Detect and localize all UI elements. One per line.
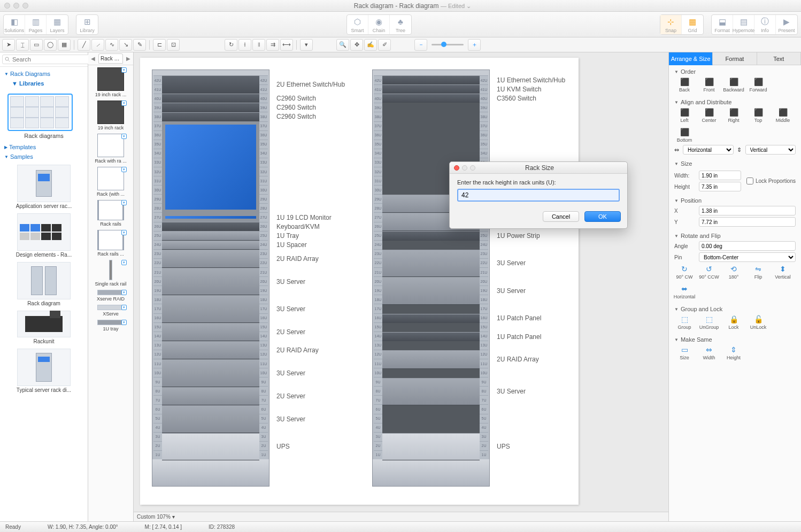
- sample-item[interactable]: Rack diagram: [3, 262, 84, 306]
- lib-stencil[interactable]: ▾Rack (with ...: [90, 167, 131, 197]
- lock-btn[interactable]: 🔒Lock: [723, 314, 744, 330]
- rack-unit[interactable]: [162, 213, 259, 222]
- tool-connector[interactable]: ↘: [119, 39, 132, 51]
- rack-unit[interactable]: [162, 241, 259, 250]
- section-same[interactable]: ▼Make Same: [674, 336, 796, 343]
- rot-180[interactable]: ⟲180°: [723, 264, 744, 280]
- rack-lcd-monitor[interactable]: [162, 121, 259, 213]
- lib-stencil[interactable]: ▾Rack with ra ...: [90, 134, 131, 164]
- lib-tab-next[interactable]: ▶: [124, 56, 133, 61]
- zoom-dot[interactable]: [22, 3, 28, 9]
- cancel-button[interactable]: Cancel: [543, 211, 579, 222]
- tb-grid[interactable]: ▦Grid: [682, 15, 703, 34]
- rot-90cw[interactable]: ↻90° CW: [674, 264, 695, 280]
- rack-right[interactable]: 1U2U3U4U5U6U7U8U9U10U11U12U13U14U15U16U1…: [372, 70, 490, 487]
- align-bottom[interactable]: ⬛Bottom: [674, 127, 695, 143]
- nav-libraries[interactable]: ▼Libraries: [4, 79, 83, 88]
- rot-90ccw[interactable]: ↺90° CCW: [699, 264, 719, 280]
- canvas-zoom-footer[interactable]: Custom 107% ▾: [134, 512, 668, 521]
- rack-left[interactable]: 1U2U3U4U5U6U7U8U9U10U11U12U13U14U15U16U1…: [152, 70, 269, 487]
- library-items[interactable]: ▾19 inch rack ... ▾19 inch rack ▾Rack wi…: [88, 65, 133, 521]
- tool-dist[interactable]: ⇉: [266, 39, 279, 51]
- rack-unit[interactable]: [162, 112, 259, 121]
- lib-stencil[interactable]: ▾XServe: [90, 305, 131, 317]
- tool-text[interactable]: ⌶: [16, 39, 29, 51]
- nav-templates[interactable]: ▶Templates: [3, 142, 84, 152]
- tool-table[interactable]: ▦: [58, 39, 71, 51]
- lib-stencil[interactable]: ▾Rack rails: [90, 200, 131, 227]
- tb-library[interactable]: ⊞Library: [76, 15, 98, 34]
- flip-h[interactable]: ⬌Horizontal: [674, 284, 695, 299]
- tb-snap[interactable]: ⊹Snap: [660, 15, 682, 34]
- tab-arrange[interactable]: Arrange & Size: [669, 52, 713, 65]
- height-input[interactable]: [699, 182, 741, 191]
- order-forward[interactable]: ⬛Forward: [748, 77, 768, 92]
- section-group[interactable]: ▼Group and Lock: [674, 306, 796, 312]
- rack-unit[interactable]: [162, 250, 259, 268]
- tb-present[interactable]: ▶Present: [776, 15, 797, 34]
- tab-format[interactable]: Format: [713, 52, 757, 65]
- rack-height-input[interactable]: [457, 189, 620, 202]
- zoom-out[interactable]: －: [414, 39, 427, 51]
- order-back[interactable]: ⬛Back: [674, 77, 695, 92]
- rack-unit[interactable]: [382, 378, 480, 405]
- sample-item[interactable]: Design elements - Ra...: [3, 213, 84, 258]
- section-position[interactable]: ▼Position: [674, 197, 796, 204]
- ungroup-btn[interactable]: ⬚UnGroup: [699, 314, 719, 330]
- rack-unit[interactable]: [382, 231, 480, 240]
- tool-rect[interactable]: ▭: [30, 39, 43, 51]
- lib-tab-active[interactable]: Rack d... ×: [98, 53, 123, 64]
- dialog-title-bar[interactable]: Rack Size: [450, 162, 627, 174]
- rack-unit[interactable]: [162, 103, 259, 112]
- section-rotate[interactable]: ▼Rotate and Flip: [674, 233, 796, 239]
- rack-unit[interactable]: [162, 359, 259, 387]
- rack-unit[interactable]: [162, 323, 259, 341]
- drawing-page[interactable]: 1U2U3U4U5U6U7U8U9U10U11U12U13U14U15U16U1…: [140, 58, 579, 505]
- align-left[interactable]: ⬛Left: [674, 107, 695, 123]
- rack-unit[interactable]: [162, 231, 259, 240]
- tb-solutions[interactable]: ◧Solutions: [4, 15, 25, 34]
- sample-item[interactable]: Application server rac...: [3, 165, 84, 209]
- group-btn[interactable]: ⬚Group: [674, 314, 695, 330]
- lib-stencil[interactable]: ▾Xserve RAID: [90, 290, 131, 302]
- rack-unit[interactable]: [162, 295, 259, 322]
- rack-unit[interactable]: [382, 277, 480, 304]
- same-size[interactable]: ▭Size: [674, 345, 695, 360]
- tool-pen[interactable]: ✎: [133, 39, 146, 51]
- sample-item[interactable]: Typical server rack di...: [3, 349, 84, 393]
- tool-ellipse[interactable]: ◯: [44, 39, 57, 51]
- tb-tree[interactable]: ♣Tree: [390, 15, 411, 34]
- title-edited[interactable]: — Edited ⌄: [441, 3, 471, 9]
- tool-crop[interactable]: ⊡: [167, 39, 180, 51]
- tb-hypernote[interactable]: ▤Hypernote: [733, 15, 754, 34]
- zoom-in[interactable]: ＋: [468, 39, 481, 51]
- library-thumb-selected[interactable]: [7, 94, 73, 131]
- x-input[interactable]: [699, 206, 796, 215]
- tool-pointer[interactable]: ➤: [2, 39, 15, 51]
- rack-unit[interactable]: [382, 250, 480, 277]
- rack-unit[interactable]: [382, 433, 480, 460]
- unlock-btn[interactable]: 🔓UnLock: [748, 314, 768, 330]
- rack-unit[interactable]: [162, 405, 259, 433]
- tool-align-h[interactable]: ⫲: [238, 39, 251, 51]
- tool-gear[interactable]: ✥: [350, 39, 363, 51]
- sample-list[interactable]: Application server rac... Design element…: [0, 164, 88, 521]
- tool-eyedrop[interactable]: ✍: [364, 39, 377, 51]
- align-top[interactable]: ⬛Top: [748, 107, 768, 123]
- rack-unit[interactable]: [162, 433, 259, 460]
- rack-unit[interactable]: [162, 268, 259, 295]
- tool-spline[interactable]: ∿: [105, 39, 118, 51]
- rack-unit[interactable]: [382, 75, 480, 84]
- tool-rotate[interactable]: ↻: [225, 39, 237, 51]
- search-input[interactable]: [2, 55, 96, 64]
- nav-samples[interactable]: ▼Samples: [3, 152, 84, 161]
- tool-stamp[interactable]: ⊏: [153, 39, 166, 51]
- lib-stencil[interactable]: ▾Single rack rail: [90, 260, 131, 287]
- tb-info[interactable]: ⓘInfo: [754, 15, 776, 34]
- distribute-v[interactable]: Vertical: [745, 145, 796, 155]
- rack-unit[interactable]: [162, 94, 259, 103]
- sample-item[interactable]: Rackunit: [3, 311, 84, 344]
- dialog-close-icon[interactable]: [454, 165, 459, 171]
- lib-stencil[interactable]: ▾Rack rails ...: [90, 230, 131, 257]
- align-middle[interactable]: ⬛Middle: [773, 107, 793, 123]
